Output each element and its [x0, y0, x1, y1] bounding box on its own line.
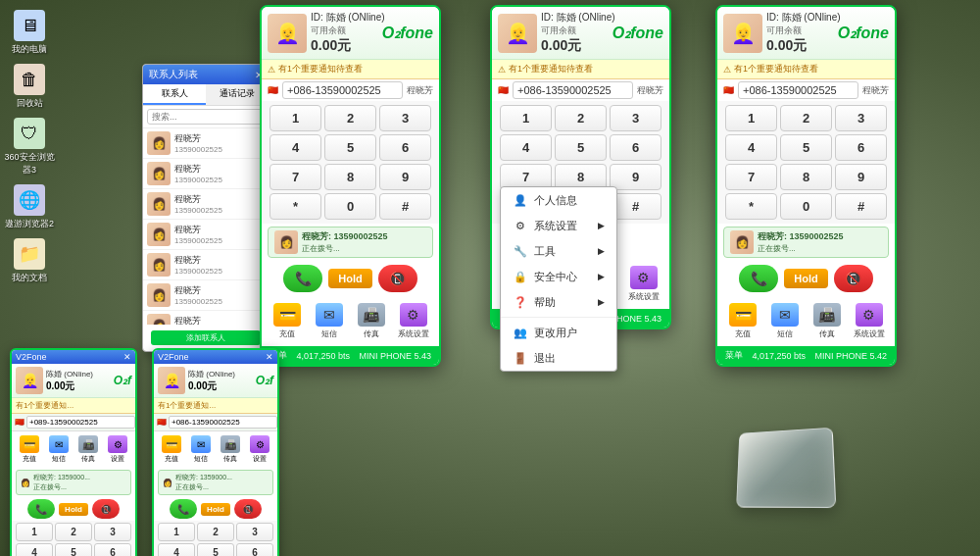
sm-recharge-1[interactable]: 💳 充值 [16, 433, 43, 466]
dial3-7[interactable]: 7 [725, 164, 777, 190]
dial-1[interactable]: 1 [270, 105, 321, 131]
cm-exit[interactable]: 🚪 退出 [501, 345, 616, 371]
dial-8[interactable]: 8 [324, 164, 376, 190]
settings-btn-1[interactable]: ⚙ 系统设置 [393, 299, 433, 343]
sm-number-input-1[interactable] [26, 416, 135, 429]
dial3-star[interactable]: * [725, 193, 777, 220]
recharge-btn-1[interactable]: 💳 充值 [268, 299, 308, 343]
menu-label-3[interactable]: 菜单 [725, 349, 743, 362]
list-item[interactable]: 👩 程晓芳 13590002525 [143, 128, 269, 159]
dial3-2[interactable]: 2 [780, 105, 832, 131]
sm-number-input-2[interactable] [169, 416, 277, 429]
dial2-2[interactable]: 2 [555, 105, 607, 131]
sm-settings-1[interactable]: ⚙ 设置 [104, 433, 131, 466]
sm-hangup-btn-1[interactable]: 📵 [92, 499, 120, 519]
dial-3[interactable]: 3 [379, 105, 431, 131]
list-item[interactable]: 👩 程晓芳 13590002525 [143, 220, 269, 250]
list-item[interactable]: 👩 程晓芳 13590002525 [143, 189, 269, 220]
cm-change-user[interactable]: 👥 更改用户 [501, 320, 616, 345]
cm-help[interactable]: ❓ 帮助 ▶ [501, 289, 616, 315]
sm-hangup-btn-2[interactable]: 📵 [234, 499, 262, 519]
settings-btn-3[interactable]: ⚙ 系统设置 [849, 299, 889, 343]
avatar-3: 👱‍♀️ [723, 14, 762, 53]
list-item[interactable]: 👩 程晓芳 13590002525 [143, 250, 269, 280]
dial-0[interactable]: 0 [324, 193, 376, 220]
number-input-2[interactable]: +086-13590002525 [513, 81, 633, 99]
sm-sms-1[interactable]: ✉ 短信 [45, 433, 73, 466]
cm-system-settings[interactable]: ⚙ 系统设置 ▶ [501, 213, 616, 238]
sm-fax-2[interactable]: 📠 传真 [217, 433, 244, 466]
dial-row-3: 🇨🇳 +086-13590002525 程晓芳 [717, 79, 895, 101]
tools-icon: 🔧 [513, 243, 528, 259]
cm-security[interactable]: 🔒 安全中心 ▶ [501, 264, 616, 289]
call-button-1[interactable]: 📞 [283, 265, 322, 292]
dial3-3[interactable]: 3 [835, 105, 887, 131]
sm-call-btn-2[interactable]: 📞 [170, 499, 197, 519]
list-item[interactable]: 👩 程晓芳 13590002525 [143, 311, 269, 325]
phone-id-3: ID: 陈婚 (ONline) [766, 11, 834, 25]
contact-tabs: 联系人 通话记录 [143, 84, 269, 106]
sm-hold-btn-1[interactable]: Hold [59, 503, 88, 516]
dial2-1[interactable]: 1 [500, 105, 552, 131]
fax-btn-1[interactable]: 📠 传真 [352, 299, 392, 343]
security-icon[interactable]: 🛡 360安全浏览器3 [4, 118, 55, 177]
fax-btn-3[interactable]: 📠 传真 [808, 299, 848, 343]
dial-star[interactable]: * [270, 193, 321, 220]
list-item[interactable]: 👩 程晓芳 13590002525 [143, 159, 269, 189]
number-input-3[interactable]: +086-13590002525 [738, 81, 858, 99]
cm-system-label: 系统设置 [534, 219, 577, 233]
number-input-1[interactable]: +086-13590002525 [282, 81, 403, 99]
contact-window: 联系人列表 ✕ 联系人 通话记录 👩 程晓芳 13590002525 👩 程晓芳 [142, 64, 270, 352]
dial2-9[interactable]: 9 [610, 164, 662, 190]
dial-hash[interactable]: # [379, 193, 431, 220]
sms-btn-1[interactable]: ✉ 短信 [310, 299, 350, 343]
recharge-btn-3[interactable]: 💳 充值 [723, 299, 763, 343]
sm-call-btn-1[interactable]: 📞 [27, 499, 55, 519]
dial-6[interactable]: 6 [379, 134, 431, 161]
sms-btn-3[interactable]: ✉ 短信 [765, 299, 806, 343]
dial3-4[interactable]: 4 [725, 134, 777, 161]
dial3-hash[interactable]: # [835, 193, 887, 220]
dial2-4[interactable]: 4 [500, 134, 552, 161]
call-button-3[interactable]: 📞 [739, 265, 778, 292]
dial-2[interactable]: 2 [324, 105, 376, 131]
recycle-bin-icon[interactable]: 🗑 回收站 [4, 64, 55, 110]
hold-button-3[interactable]: Hold [784, 269, 827, 288]
sm-fax-1[interactable]: 📠 传真 [74, 433, 102, 466]
my-docs-icon[interactable]: 📁 我的文档 [4, 238, 55, 284]
cm-personal-info[interactable]: 👤 个人信息 [501, 187, 616, 213]
dial3-0[interactable]: 0 [780, 193, 832, 220]
dial2-5[interactable]: 5 [555, 134, 607, 161]
contact-search-input[interactable] [147, 109, 265, 125]
add-contact-button[interactable]: 添加联系人 [151, 330, 261, 345]
game-browser-icon[interactable]: 🌐 遨游浏览器2 [4, 184, 55, 230]
settings-btn-2[interactable]: ⚙ 系统设置 [623, 262, 663, 306]
my-computer-icon[interactable]: 🖥 我的电脑 [4, 10, 55, 56]
dial2-6[interactable]: 6 [610, 134, 662, 161]
list-item[interactable]: 👩 程晓芳 13590002525 [143, 280, 269, 311]
sm-settings-2[interactable]: ⚙ 设置 [246, 433, 273, 466]
notice-2: ⚠ 有1个重要通知待查看 [492, 60, 669, 79]
dial3-6[interactable]: 6 [835, 134, 887, 161]
hold-button-1[interactable]: Hold [328, 269, 371, 288]
cm-tools[interactable]: 🔧 工具 ▶ [501, 238, 616, 264]
dial-7[interactable]: 7 [270, 164, 321, 190]
person-icon: 👤 [513, 192, 528, 208]
dial-5[interactable]: 5 [324, 134, 376, 161]
hangup-button-3[interactable]: 📵 [834, 265, 873, 292]
dial-row-2: 🇨🇳 +086-13590002525 程晓芳 [492, 79, 669, 101]
tab-contacts[interactable]: 联系人 [143, 84, 206, 105]
sm-recharge-2[interactable]: 💳 充值 [158, 433, 185, 466]
hangup-button-1[interactable]: 📵 [378, 265, 417, 292]
dial3-1[interactable]: 1 [725, 105, 777, 131]
dial-9[interactable]: 9 [379, 164, 431, 190]
dial3-8[interactable]: 8 [780, 164, 832, 190]
sm-hold-btn-2[interactable]: Hold [201, 503, 230, 516]
dial2-3[interactable]: 3 [610, 105, 662, 131]
sm-sms-2[interactable]: ✉ 短信 [187, 433, 215, 466]
dial-4[interactable]: 4 [270, 134, 321, 161]
recycle-bin-label: 回收站 [17, 97, 43, 110]
dial3-5[interactable]: 5 [780, 134, 832, 161]
balance-label-1: 可用余额 [311, 25, 378, 37]
dial3-9[interactable]: 9 [835, 164, 887, 190]
